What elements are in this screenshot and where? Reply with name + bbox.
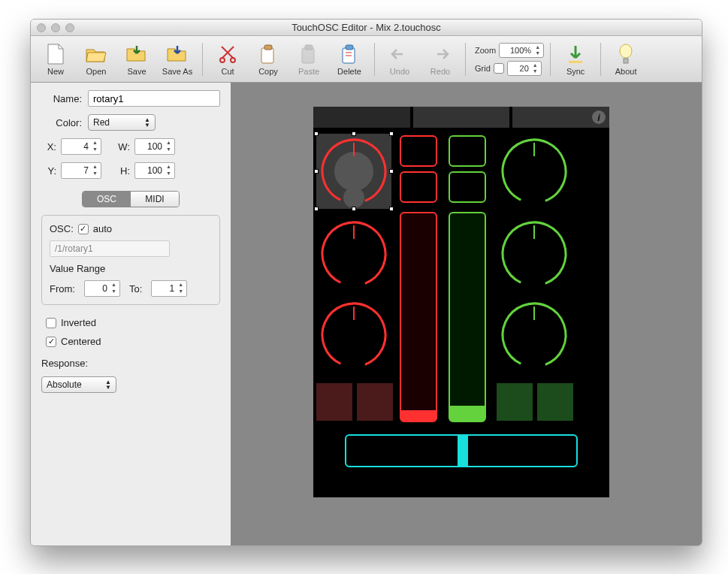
push-widget[interactable]	[537, 383, 573, 421]
paste-button[interactable]: Paste	[290, 38, 328, 80]
svg-point-9	[620, 44, 632, 58]
app-window: TouchOSC Editor - Mix 2.touchosc New Ope…	[30, 19, 702, 546]
zoom-field[interactable]: 100% ▲▼	[499, 43, 544, 58]
h-field[interactable]: 100▲▼	[134, 162, 175, 179]
toolbar-separator	[465, 43, 466, 76]
inverted-checkbox[interactable]	[46, 318, 56, 328]
fader-widget[interactable]	[449, 212, 486, 422]
new-button[interactable]: New	[37, 38, 74, 80]
svg-point-29	[524, 270, 545, 291]
info-icon[interactable]: i	[592, 110, 606, 124]
push-widget[interactable]	[497, 383, 533, 421]
svg-point-1	[231, 58, 235, 62]
stepper-arrows[interactable]: ▲▼	[530, 62, 540, 74]
w-field[interactable]: 100▲▼	[134, 138, 175, 155]
toolbar: New Open Save Save As Cut	[31, 36, 702, 83]
rotary-widget[interactable]	[316, 298, 391, 373]
w-label: W:	[115, 141, 130, 153]
rotary-widget[interactable]	[497, 216, 572, 292]
button-widget[interactable]	[400, 135, 437, 167]
midi-tab[interactable]: MIDI	[131, 192, 179, 207]
fader-widget[interactable]	[345, 434, 578, 467]
minimize-window-button[interactable]	[51, 23, 60, 32]
osc-auto-checkbox[interactable]: ✓	[78, 224, 89, 234]
delete-button[interactable]: Delete	[331, 38, 368, 80]
osc-path-field[interactable]: /1/rotary1	[50, 240, 170, 257]
dropdown-arrows-icon: ▲▼	[144, 117, 150, 128]
push-widget[interactable]	[357, 383, 393, 421]
rotary-widget[interactable]	[316, 134, 391, 209]
centered-label: Centered	[61, 336, 101, 347]
redo-icon	[429, 43, 452, 65]
toolbar-separator	[550, 43, 551, 76]
stepper-arrows[interactable]: ▲▼	[533, 44, 542, 56]
page-tabs	[313, 107, 609, 128]
osc-midi-tabs: OSC MIDI	[82, 191, 180, 207]
zoom-grid-controls: Zoom 100% ▲▼ Grid 20 ▲▼	[475, 43, 544, 76]
cut-icon	[216, 43, 239, 65]
inverted-label: Inverted	[61, 317, 96, 328]
grid-label: Grid	[475, 64, 491, 73]
x-label: X:	[41, 141, 56, 153]
copy-button[interactable]: Copy	[249, 38, 287, 80]
button-widget[interactable]	[400, 171, 437, 203]
rotary-widget[interactable]	[316, 216, 391, 292]
save-button[interactable]: Save	[118, 38, 156, 80]
saveas-icon	[166, 43, 189, 65]
device-canvas[interactable]: i	[313, 107, 609, 497]
x-field[interactable]: 4▲▼	[61, 138, 101, 155]
zoom-window-button[interactable]	[65, 23, 74, 32]
fader-widget[interactable]	[400, 212, 437, 422]
svg-point-20	[334, 316, 373, 355]
osc-tab[interactable]: OSC	[83, 192, 131, 207]
saveas-button[interactable]: Save As	[159, 38, 196, 80]
color-label: Color:	[41, 117, 82, 128]
grid-checkbox[interactable]	[494, 63, 504, 74]
toolbar-separator	[202, 43, 203, 76]
y-label: Y:	[41, 165, 56, 177]
y-field[interactable]: 7▲▼	[61, 162, 101, 179]
properties-panel: Name: Color: Red ▲▼ X: 4▲▼ W: 100▲▼	[31, 83, 231, 545]
response-select[interactable]: Absolute ▲▼	[41, 376, 116, 393]
svg-point-12	[334, 152, 373, 191]
open-button[interactable]: Open	[77, 38, 115, 80]
titlebar: TouchOSC Editor - Mix 2.touchosc	[31, 20, 702, 36]
from-field[interactable]: 0▲▼	[84, 280, 120, 297]
grid-field[interactable]: 20 ▲▼	[507, 61, 542, 76]
svg-point-17	[343, 270, 364, 291]
window-title: TouchOSC Editor - Mix 2.touchosc	[31, 22, 702, 33]
canvas-area[interactable]: i	[231, 83, 702, 545]
undo-button[interactable]: Undo	[381, 38, 418, 80]
push-widget[interactable]	[316, 383, 352, 421]
rotary-widget[interactable]	[497, 298, 572, 373]
undo-icon	[388, 43, 411, 65]
toolbar-separator	[600, 43, 601, 76]
redo-button[interactable]: Redo	[421, 38, 459, 80]
svg-point-0	[220, 58, 225, 62]
page-tab[interactable]	[413, 107, 510, 128]
button-widget[interactable]	[449, 171, 486, 203]
name-input[interactable]	[88, 90, 220, 107]
traffic-lights	[37, 23, 74, 32]
svg-point-21	[343, 351, 364, 372]
svg-point-28	[515, 234, 554, 273]
to-label: To:	[129, 283, 142, 295]
cut-button[interactable]: Cut	[209, 38, 246, 80]
button-widget[interactable]	[449, 135, 486, 167]
svg-rect-2	[261, 48, 273, 63]
about-button[interactable]: About	[607, 38, 645, 80]
rotary-widget[interactable]	[497, 134, 572, 209]
centered-checkbox[interactable]: ✓	[46, 337, 56, 347]
page-tab[interactable]	[313, 107, 410, 128]
to-field[interactable]: 1▲▼	[151, 280, 187, 297]
osc-panel: OSC: ✓ auto /1/rotary1 Value Range From:…	[41, 215, 220, 305]
svg-rect-3	[264, 45, 272, 50]
zoom-label: Zoom	[475, 46, 496, 55]
sync-button[interactable]: Sync	[557, 38, 594, 80]
value-range-label: Value Range	[50, 263, 212, 274]
close-window-button[interactable]	[37, 23, 46, 32]
response-label: Response:	[41, 358, 220, 369]
new-icon	[44, 43, 67, 65]
dropdown-arrows-icon: ▲▼	[105, 379, 111, 390]
color-select[interactable]: Red ▲▼	[88, 114, 156, 131]
